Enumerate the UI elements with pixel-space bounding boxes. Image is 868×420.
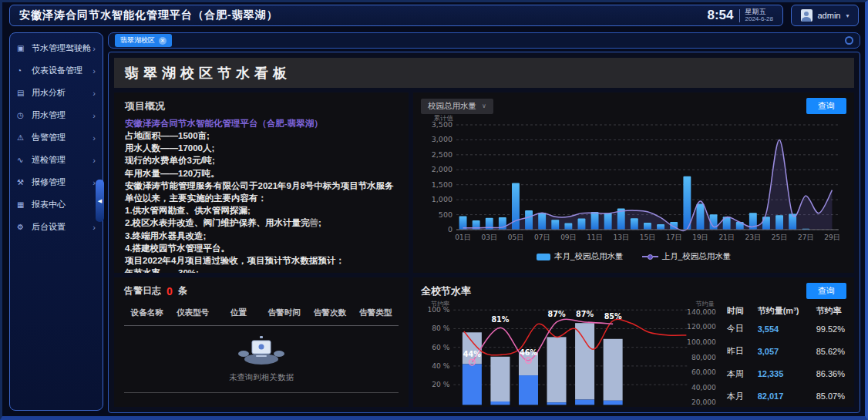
- usage-query-button[interactable]: 查询: [806, 98, 846, 114]
- refresh-icon[interactable]: [845, 36, 853, 45]
- alarm-column-header: 告警类型: [353, 307, 399, 318]
- alarm-title: 告警日志: [124, 284, 161, 297]
- main-area: 翡翠湖校区 ✕ 翡翠湖校区节水看板 项目概况 安徽泽涛合同节水智能化管理平台（合…: [108, 32, 860, 413]
- sidebar: ▣节水管理驾驶舱›◔仪表设备管理›▤用水分析›◷用水管理›⚠告警管理›∿巡检管理…: [9, 32, 103, 411]
- content-container: 翡翠湖校区节水看板 项目概况 安徽泽涛合同节水智能化管理平台（合肥-翡翠湖） 占…: [108, 52, 860, 413]
- stats-column-header: 节约率: [816, 305, 845, 317]
- overview-line: 年节水率——30%;: [125, 267, 398, 273]
- svg-text:11日: 11日: [587, 234, 602, 241]
- svg-text:60,000: 60,000: [691, 368, 716, 376]
- stats-row: 本周12,33586.36%: [727, 368, 845, 380]
- svg-text:17日: 17日: [666, 234, 681, 241]
- clock-time: 8:54: [707, 8, 733, 23]
- meter-icon: ◔: [17, 66, 29, 75]
- page-title: 翡翠湖校区节水看板: [114, 58, 854, 88]
- avatar: [801, 9, 812, 22]
- sidebar-item-1[interactable]: ▣节水管理驾驶舱›: [10, 37, 103, 59]
- tab-campus[interactable]: 翡翠湖校区 ✕: [115, 34, 172, 47]
- svg-text:120,000: 120,000: [687, 324, 716, 331]
- line-swatch-icon: [642, 254, 658, 260]
- svg-text:500: 500: [439, 210, 453, 219]
- svg-text:01日: 01日: [455, 234, 470, 241]
- svg-text:13日: 13日: [614, 234, 629, 241]
- sidebar-collapse-handle[interactable]: ◀: [96, 180, 104, 222]
- svg-text:25日: 25日: [772, 234, 787, 241]
- alarm-empty-state: 未查询到相关数据: [124, 326, 399, 393]
- user-menu[interactable]: admin ▾: [791, 5, 859, 26]
- sidebar-item-label: 报表中心: [32, 199, 96, 210]
- svg-text:03日: 03日: [482, 234, 497, 241]
- stats-amount: 82,017: [758, 391, 816, 401]
- sidebar-item-4[interactable]: ◷用水管理›: [10, 104, 103, 126]
- stats-rate: 85.07%: [816, 391, 845, 401]
- svg-text:80 %: 80 %: [432, 324, 450, 332]
- report-icon: ▦: [17, 200, 29, 209]
- sidebar-item-2[interactable]: ◔仪表设备管理›: [10, 59, 103, 82]
- sidebar-item-label: 巡检管理: [32, 154, 93, 166]
- overview-line: 现行的水费单价3元/吨;: [125, 154, 398, 166]
- overview-lines: 占地面积——1500亩;用水人数——17000人;现行的水费单价3元/吨;年用水…: [125, 129, 398, 273]
- sidebar-item-6[interactable]: ∿巡检管理›: [10, 149, 103, 171]
- stats-rate: 85.62%: [816, 347, 845, 356]
- legend-current-month[interactable]: 本月_校园总用水量: [537, 251, 624, 262]
- saving-rate-panel: 全校节水率 查询 节约率节约量100 %80 %60 %40 %20 %140,…: [413, 277, 854, 407]
- sidebar-item-8[interactable]: ▦报表中心: [10, 193, 103, 216]
- svg-text:3,500: 3,500: [432, 120, 453, 129]
- svg-text:40,000: 40,000: [691, 384, 716, 391]
- svg-text:1,500: 1,500: [432, 180, 453, 189]
- alarm-column-header: 告警次数: [307, 307, 352, 318]
- stats-period: 本月: [727, 391, 758, 402]
- inspection-icon: ∿: [17, 156, 29, 164]
- stats-amount: 3,554: [758, 324, 816, 334]
- chevron-right-icon: ›: [93, 111, 96, 120]
- chevron-right-icon: ›: [93, 44, 96, 53]
- sidebar-item-label: 告警管理: [32, 132, 93, 143]
- svg-text:81%: 81%: [491, 316, 509, 324]
- svg-text:20 %: 20 %: [432, 381, 450, 388]
- sidebar-item-5[interactable]: ⚠告警管理›: [10, 126, 103, 149]
- usage-metric-dropdown[interactable]: 校园总用水量 ∨: [421, 99, 493, 114]
- app-title: 安徽泽涛合同节水智能化管理平台（合肥-翡翠湖）: [19, 8, 278, 22]
- usage-chart-panel: 校园总用水量 ∨ 查询 累计值05001,0001,5002,0002,5003…: [413, 92, 854, 273]
- alarm-column-header: 位置: [216, 307, 261, 318]
- tab-label: 翡翠湖校区: [120, 35, 155, 45]
- overview-line: 用水人数——17000人;: [125, 142, 398, 154]
- chevron-right-icon: ›: [93, 66, 96, 76]
- saving-query-button[interactable]: 查询: [806, 283, 846, 299]
- usage-chart: 累计值05001,0001,5002,0002,5003,0003,50001日…: [421, 114, 843, 250]
- sidebar-item-3[interactable]: ▤用水分析›: [10, 82, 103, 104]
- analysis-icon: ▤: [17, 89, 29, 97]
- sidebar-item-label: 用水管理: [32, 109, 93, 121]
- chevron-right-icon: ›: [93, 133, 96, 143]
- sidebar-item-label: 报修管理: [32, 176, 93, 188]
- stats-amount: 12,335: [758, 369, 816, 378]
- tab-bar: 翡翠湖校区 ✕: [108, 32, 860, 49]
- dashboard-icon: ▣: [17, 44, 29, 52]
- svg-text:3,000: 3,000: [432, 135, 453, 143]
- overview-line: 年用水量——120万吨。: [125, 167, 398, 180]
- close-icon[interactable]: ✕: [159, 37, 167, 45]
- stats-rate: 86.36%: [816, 369, 845, 378]
- overview-line: 项目2022年4月项目通过验收，项目预计节水数据预计：: [125, 254, 398, 267]
- stats-row: 本月82,01785.07%: [727, 391, 845, 402]
- svg-text:2,500: 2,500: [432, 150, 453, 159]
- overview-line: 1.供水管网勘查、供水管网探漏;: [125, 204, 398, 217]
- svg-text:27日: 27日: [798, 234, 813, 241]
- legend-previous-month[interactable]: 上月_校园总用水量: [642, 251, 732, 262]
- overview-link[interactable]: 安徽泽涛合同节水智能化管理平台（合肥-翡翠湖）: [125, 117, 398, 129]
- sidebar-item-label: 后台设置: [32, 221, 93, 233]
- svg-text:87%: 87%: [576, 310, 594, 318]
- sidebar-item-9[interactable]: ⚙后台设置›: [10, 216, 103, 238]
- chevron-right-icon: ›: [93, 89, 96, 98]
- svg-text:87%: 87%: [548, 310, 566, 318]
- stats-column-header: 时间: [727, 305, 758, 317]
- alarm-column-header: 告警时间: [261, 307, 307, 318]
- usage-chart-legend: 本月_校园总用水量 上月_校园总用水量: [421, 250, 846, 266]
- stats-period: 今日: [727, 323, 758, 334]
- bar-swatch-icon: [537, 254, 550, 260]
- svg-text:46%: 46%: [520, 348, 537, 357]
- svg-text:1,000: 1,000: [432, 195, 453, 203]
- alarm-count: 0: [167, 285, 173, 297]
- sidebar-item-7[interactable]: ⚒报修管理›: [10, 171, 103, 193]
- clock-divider: [739, 9, 740, 22]
